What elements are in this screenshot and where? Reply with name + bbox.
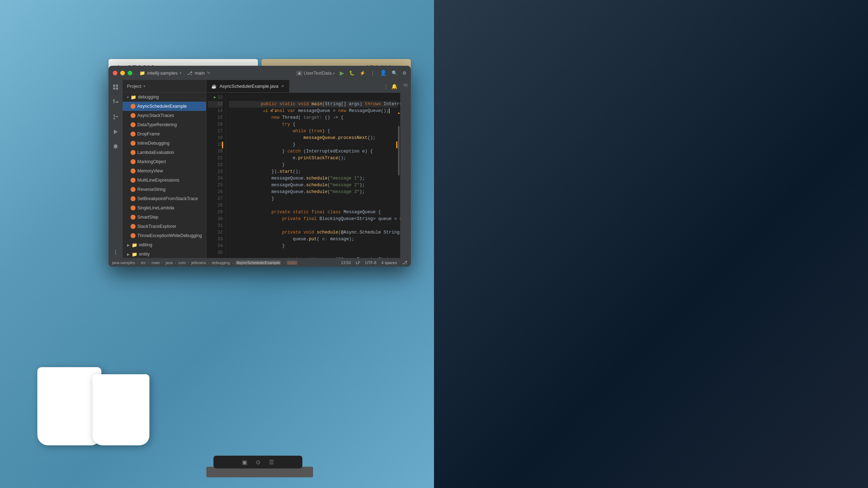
tree-file-throwexception[interactable]: ThrowExceptionWhileDebugging xyxy=(123,231,206,240)
entity-label: entity xyxy=(139,252,150,257)
minimize-button[interactable] xyxy=(120,71,125,75)
indent: 4 spaces xyxy=(381,261,397,265)
debug-button[interactable]: 🐛 xyxy=(349,70,355,76)
tab-close-button[interactable]: ✕ xyxy=(281,84,284,89)
monitor-btn-3[interactable]: ☰ xyxy=(269,459,274,466)
inline-label: InlineDebugging xyxy=(137,141,169,146)
line-num-24: 24 xyxy=(208,175,223,182)
project-selector[interactable]: 📁 intellij-samples ▾ xyxy=(139,70,181,76)
notifications-icon[interactable] xyxy=(111,143,120,151)
tree-file-stacktrace[interactable]: StackTraceExplorer xyxy=(123,222,206,231)
vcs-icon[interactable]: ⎇ xyxy=(402,260,407,265)
breadcrumb-sep1: › xyxy=(137,261,139,265)
run-config-name: UserTestData xyxy=(304,70,332,76)
line-num-35: 35 xyxy=(208,250,223,256)
monitor-btn-1[interactable]: ▣ xyxy=(242,459,247,466)
search-button[interactable]: 🔍 xyxy=(392,70,397,76)
editor-more-button[interactable]: ⋮ xyxy=(383,84,388,89)
encoding: UTF-8 xyxy=(365,261,376,265)
svg-point-15 xyxy=(115,252,116,253)
run-icon[interactable] xyxy=(111,128,120,136)
tree-folder-debugging[interactable]: ▾ 📁 debugging xyxy=(123,92,206,102)
tree-folder-editing[interactable]: ▶ 📁 editing xyxy=(123,240,206,250)
status-bar-right: 13:53 LF UTF-8 4 spaces ⎇ xyxy=(341,260,407,265)
setbreakpoint-label: SetBreakpointFromStackTrace xyxy=(137,196,198,201)
account-button[interactable]: 👤 xyxy=(380,70,387,76)
svg-rect-13 xyxy=(115,148,116,149)
close-button[interactable] xyxy=(113,71,117,75)
async-scheduler-label: AsyncSchedulerExample xyxy=(137,104,187,109)
tree-file-inline[interactable]: InlineDebugging xyxy=(123,139,206,148)
editor-content[interactable]: ▶ 12 13 14 15 16 17 18 19 20 xyxy=(206,93,400,258)
svg-rect-3 xyxy=(116,87,118,90)
tab-label: AsyncSchedulerExample.java xyxy=(219,84,278,89)
structure-icon[interactable] xyxy=(111,98,120,106)
tree-file-setbreakpoint[interactable]: SetBreakpointFromStackTrace xyxy=(123,194,206,203)
tree-file-dropframe[interactable]: DropFrame xyxy=(123,129,206,139)
tree-file-multiline[interactable]: MultiLineExpressions xyxy=(123,176,206,185)
maximize-button[interactable] xyxy=(128,71,132,75)
tree-folder-entity[interactable]: ▶ 📁 entity xyxy=(123,250,206,258)
line-num-15: 15 xyxy=(208,114,223,121)
title-bar-right: ■ UserTestData ▾ ▶ 🐛 ⚡ ⋮ 👤 🔍 ⚙ xyxy=(296,70,407,76)
more-sidebar-icon[interactable] xyxy=(111,250,120,258)
tree-file-reverse[interactable]: ReverseString xyxy=(123,185,206,194)
tree-file-smartstep[interactable]: SmartStep xyxy=(123,213,206,222)
cursor-position: 13:53 xyxy=(341,261,351,265)
stacktrace-label: StackTraceExplorer xyxy=(137,224,176,229)
throwexception-label: ThrowExceptionWhileDebugging xyxy=(137,233,202,238)
svg-point-8 xyxy=(113,114,115,116)
mug-left xyxy=(37,367,101,445)
scrollbar-track[interactable] xyxy=(397,93,399,258)
tree-file-async-stack[interactable]: AsyncStackTraces xyxy=(123,111,206,120)
tree-file-lambda[interactable]: LambdaEvaluation xyxy=(123,148,206,157)
branch-selector[interactable]: ⎇ main *▾ xyxy=(187,70,210,76)
run-config-selector[interactable]: ■ UserTestData ▾ xyxy=(296,70,335,76)
tree-file-memory[interactable]: MemoryView xyxy=(123,166,206,176)
run-button[interactable]: ▶ xyxy=(340,70,344,76)
notifications-bell[interactable]: 🔔 xyxy=(391,84,397,89)
memory-icon xyxy=(131,168,136,173)
multiline-icon xyxy=(131,178,136,183)
run-config-icon: ■ xyxy=(296,71,302,76)
tree-file-marking[interactable]: MarkingObject xyxy=(123,157,206,166)
warning-scroll-marker xyxy=(398,113,399,114)
svg-rect-2 xyxy=(113,87,115,90)
more-button[interactable]: ⋮ xyxy=(370,70,375,76)
marking-icon xyxy=(131,159,136,164)
line-num-28: 28 xyxy=(208,202,223,209)
scrollbar-thumb[interactable] xyxy=(398,126,399,176)
smartstep-icon xyxy=(131,215,136,220)
line-num-17: 17 xyxy=(208,128,223,135)
git-icon[interactable] xyxy=(111,113,120,121)
breadcrumb-text: java-samples xyxy=(112,261,135,265)
debugging-arrow: ▾ xyxy=(127,95,129,99)
throwexception-icon xyxy=(131,233,136,238)
line-num-25: 25 xyxy=(208,182,223,189)
svg-point-4 xyxy=(113,100,115,101)
smartstep-label: SmartStep xyxy=(137,215,158,220)
tree-file-singleline[interactable]: SingleLineLambda xyxy=(123,203,206,213)
profile-button[interactable]: ⚡ xyxy=(360,70,365,76)
project-name: intellij-samples xyxy=(147,70,178,76)
title-bar: 📁 intellij-samples ▾ ⎇ main *▾ ■ UserTes… xyxy=(108,66,411,80)
tree-file-async-scheduler[interactable]: AsyncSchedulerExample xyxy=(123,102,206,111)
right-sidebar-icon-1[interactable]: m xyxy=(403,82,408,88)
line-num-22: 22 xyxy=(208,162,223,168)
status-breadcrumb: java-samples › src › main › java › com ›… xyxy=(112,261,297,265)
code-line-12: public static void main(String[] args) t… xyxy=(229,94,397,101)
code-area[interactable]: public static void main(String[] args) t… xyxy=(226,93,400,258)
tree-file-datatype[interactable]: DataTypeRendering xyxy=(123,120,206,129)
line-num-23: 23 xyxy=(208,168,223,175)
line-num-18: 18 xyxy=(208,135,223,141)
ide-body: Project ▾ ▾ 📁 debugging AsyncSchedulerEx… xyxy=(108,80,411,258)
editor-tab-async[interactable]: ☕ AsyncSchedulerExample.java ✕ xyxy=(206,80,290,92)
branch-chevron: *▾ xyxy=(207,71,210,75)
monitor-btn-2[interactable]: ⊙ xyxy=(256,459,260,466)
project-icon[interactable] xyxy=(111,83,120,91)
entity-arrow: ▶ xyxy=(127,252,130,256)
editor-tabs: ☕ AsyncSchedulerExample.java ✕ ⋮ 🔔 xyxy=(206,80,400,93)
warning-marker xyxy=(222,141,223,148)
settings-button[interactable]: ⚙ xyxy=(402,70,407,76)
singleline-icon xyxy=(131,205,136,210)
